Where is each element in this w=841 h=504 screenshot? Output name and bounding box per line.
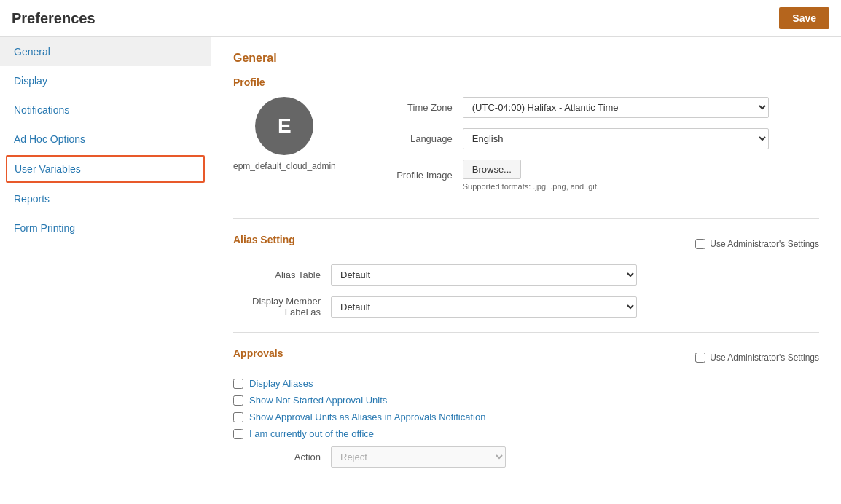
approvals-title: Approvals [233,347,283,359]
show-approval-units-label: Show Approval Units as Aliases in Approv… [249,412,485,422]
divider-2 [233,332,819,333]
approvals-admin-label: Use Administrator's Settings [710,353,819,363]
approvals-section-header: Approvals Use Administrator's Settings [233,347,819,368]
alias-table-label: Alias Table [233,269,321,280]
profile-image-control: Browse... Supported formats: .jpg, .png,… [463,160,769,191]
content-area: General Profile E epm_default_cloud_admi… [211,37,841,504]
alias-admin-label: Use Administrator's Settings [710,239,819,249]
app-container: Preferences Save General Display Notific… [0,0,841,504]
save-button[interactable]: Save [779,7,829,29]
profile-section: Profile E epm_default_cloud_admin Time Z… [233,76,819,201]
browse-button[interactable]: Browse... [463,160,521,179]
checkbox-show-approval-units: Show Approval Units as Aliases in Approv… [233,412,819,422]
top-bar: Preferences Save [0,0,841,37]
alias-section: Alias Setting Use Administrator's Settin… [233,234,819,318]
approvals-admin-settings: Use Administrator's Settings [695,353,819,363]
sidebar-item-uservariables[interactable]: User Variables [6,155,205,183]
out-of-office-label: I am currently out of the office [249,428,374,439]
timezone-label: Time Zone [365,102,453,113]
timezone-row: Time Zone (UTC-04:00) Halifax - Atlantic… [365,97,819,118]
action-select[interactable]: Reject Approve Delegate [331,446,506,468]
profile-content: E epm_default_cloud_admin Time Zone (UTC… [233,97,819,201]
app-title: Preferences [12,10,95,27]
display-aliases-label: Display Aliases [249,378,313,389]
timezone-select[interactable]: (UTC-04:00) Halifax - Atlantic Time [463,97,769,118]
avatar-username: epm_default_cloud_admin [233,161,336,171]
action-row: Action Reject Approve Delegate [233,446,819,468]
page-title: General [233,52,819,65]
show-not-started-label: Show Not Started Approval Units [249,395,387,406]
checkbox-display-aliases: Display Aliases [233,378,819,389]
sidebar-item-reports[interactable]: Reports [0,184,211,213]
avatar-area: E epm_default_cloud_admin [233,97,336,171]
checkbox-out-of-office: I am currently out of the office [233,428,819,439]
alias-admin-checkbox[interactable] [695,239,705,249]
show-approval-units-checkbox[interactable] [233,412,243,422]
profile-fields: Time Zone (UTC-04:00) Halifax - Atlantic… [365,97,819,201]
display-aliases-checkbox[interactable] [233,379,243,389]
language-control: English [463,128,769,149]
divider-1 [233,218,819,219]
supported-formats: Supported formats: .jpg, .png, and .gif. [463,182,769,191]
approvals-section: Approvals Use Administrator's Settings D… [233,347,819,468]
sidebar-item-general[interactable]: General [0,37,211,66]
action-label: Action [233,452,321,462]
sidebar-item-formprinting[interactable]: Form Printing [0,213,211,243]
alias-section-header: Alias Setting Use Administrator's Settin… [233,234,819,254]
display-member-label: Display Member Label as [233,296,321,318]
profile-title: Profile [233,76,819,88]
alias-admin-settings: Use Administrator's Settings [695,239,819,249]
profile-image-label: Profile Image [365,170,453,181]
sidebar-item-adhoc[interactable]: Ad Hoc Options [0,125,211,154]
sidebar-item-notifications[interactable]: Notifications [0,95,211,125]
sidebar-item-display[interactable]: Display [0,66,211,95]
timezone-control: (UTC-04:00) Halifax - Atlantic Time [463,97,769,118]
avatar: E [255,97,313,155]
language-label: Language [365,133,453,144]
language-select[interactable]: English [463,128,769,149]
sidebar: General Display Notifications Ad Hoc Opt… [0,37,211,504]
alias-table-control: Default [331,264,637,286]
approvals-admin-checkbox[interactable] [695,353,705,363]
alias-table-select[interactable]: Default [331,264,637,286]
out-of-office-checkbox[interactable] [233,429,243,439]
alias-table-row: Alias Table Default [233,264,819,286]
show-not-started-checkbox[interactable] [233,395,243,406]
profile-image-row: Profile Image Browse... Supported format… [365,160,819,191]
main-layout: General Display Notifications Ad Hoc Opt… [0,37,841,504]
language-row: Language English [365,128,819,149]
alias-title: Alias Setting [233,234,295,245]
display-member-select[interactable]: Default [331,296,637,318]
checkbox-show-not-started: Show Not Started Approval Units [233,395,819,406]
display-member-control: Default [331,296,637,318]
display-member-row: Display Member Label as Default [233,296,819,318]
